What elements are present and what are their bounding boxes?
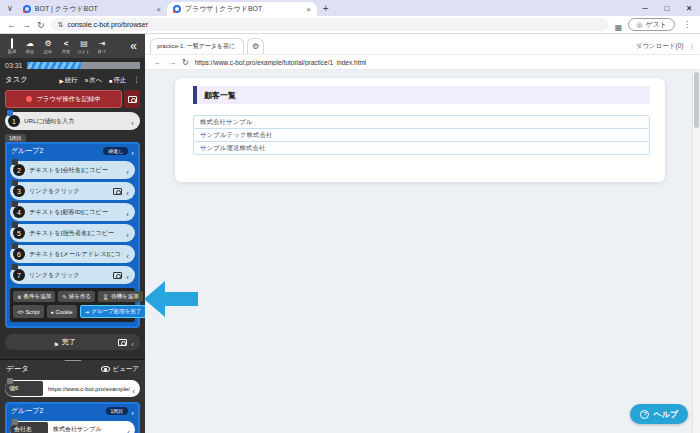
- customer-link[interactable]: サンプルテック株式会社: [193, 128, 650, 142]
- add-wait-button[interactable]: 待機を追加: [98, 291, 143, 302]
- tab-title: ブラウザ | クラウドBOT: [185, 4, 302, 14]
- new-file-icon: [11, 39, 13, 48]
- chrome-menu-icon[interactable]: [681, 20, 693, 29]
- data-group-header[interactable]: グループ2 1周目: [7, 404, 138, 418]
- loop-iteration-tag: 1周目: [5, 134, 26, 142]
- back-icon[interactable]: ←: [7, 20, 16, 30]
- data-row-company[interactable]: 会社名 株式会社サンプル: [10, 421, 135, 433]
- tab-title: BOT | クラウドBOT: [35, 4, 152, 14]
- scrollbar-thumb[interactable]: [694, 72, 699, 128]
- help-button[interactable]: ヘルプ: [630, 404, 688, 424]
- customer-link[interactable]: サンプル運送株式会社: [193, 141, 650, 155]
- web-page: 顧客一覧 株式会社サンプル サンプルテック株式会社 サンプル運送株式会社 ヘ: [145, 70, 700, 433]
- chevron-left-icon[interactable]: [131, 402, 134, 420]
- step-2[interactable]: 2 テキストを[会社名]にコピー: [10, 161, 135, 179]
- data-value-row[interactable]: 値6 https://www.c-bot.pro/example/: [5, 380, 140, 397]
- step-1[interactable]: 1 URLに[値6]を入力: [5, 112, 140, 130]
- step-4[interactable]: 4 テキストを[顧客ID]にコピー: [10, 203, 135, 221]
- chevron-left-icon[interactable]: [126, 203, 129, 221]
- tab-close-icon[interactable]: [156, 5, 161, 14]
- record-screenshot-button[interactable]: [124, 90, 140, 108]
- step-7[interactable]: 7 リンクをクリック: [10, 266, 135, 284]
- cookie-icon: [51, 309, 54, 315]
- viewer-button[interactable]: ビューア: [101, 365, 139, 374]
- tab-search-icon[interactable]: ∨: [3, 4, 17, 13]
- script-button[interactable]: Script: [13, 305, 44, 318]
- camera-icon: [113, 188, 122, 195]
- chevron-left-icon[interactable]: [126, 266, 129, 284]
- page-scrollbar[interactable]: [692, 70, 700, 433]
- share-button[interactable]: 共有: [57, 39, 75, 54]
- book-icon: [80, 39, 88, 48]
- add-condition-button[interactable]: 条件を追加: [13, 291, 55, 302]
- maximize-button[interactable]: □: [656, 4, 678, 13]
- step-6[interactable]: 6 テキストを[メールアドレス]にコピー: [10, 245, 135, 263]
- site-settings-icon[interactable]: [58, 21, 64, 29]
- create-value-button[interactable]: 値を作る: [58, 291, 95, 302]
- chevron-left-icon[interactable]: [131, 112, 134, 130]
- chevron-left-icon[interactable]: [127, 421, 130, 433]
- back-icon[interactable]: ←: [154, 58, 162, 67]
- recording-label: ブラウザ操作を記録中: [36, 95, 101, 104]
- chevron-left-icon[interactable]: [131, 333, 134, 351]
- gear-icon: [252, 42, 259, 51]
- collapse-sidebar-icon[interactable]: [130, 39, 142, 53]
- time-progress-bar: [27, 62, 140, 69]
- reload-icon[interactable]: ↻: [37, 20, 45, 30]
- annotation-arrow-icon: [144, 281, 198, 317]
- code-icon: [17, 309, 23, 315]
- camera-icon: [128, 96, 137, 103]
- cookie-button[interactable]: Cookie: [47, 305, 77, 318]
- chrome-tab-browser[interactable]: ブラウザ | クラウドBOT: [167, 2, 317, 16]
- inner-settings-tab[interactable]: [247, 38, 264, 54]
- stop-button[interactable]: 停止: [109, 76, 126, 85]
- chrome-tab-bot[interactable]: BOT | クラウドBOT: [17, 2, 167, 16]
- task-menu-icon[interactable]: [133, 76, 140, 84]
- downloads-menu-icon[interactable]: [689, 43, 696, 51]
- next-button[interactable]: 次へ: [84, 76, 102, 85]
- close-button[interactable]: ✕: [678, 4, 700, 13]
- step-5[interactable]: 5 テキストを[担当者名]にコピー: [10, 224, 135, 242]
- save-button[interactable]: 保存: [21, 39, 39, 54]
- inner-tab-practice[interactable]: practice-1. 一覧データを基に: [150, 38, 244, 54]
- chevron-left-icon[interactable]: [126, 161, 129, 179]
- downloads-label[interactable]: ダウンロード(0): [636, 42, 684, 51]
- chevron-left-icon[interactable]: [126, 224, 129, 242]
- recording-indicator[interactable]: ブラウザ操作を記録中: [5, 90, 122, 108]
- step-group: グループ2 繰返し 2 テキストを[会社名]にコピー 3 リンクをクリック: [5, 142, 140, 328]
- group-header[interactable]: グループ2 繰返し: [7, 144, 138, 158]
- chevron-left-icon[interactable]: [132, 380, 135, 398]
- browser-window: ∨ BOT | クラウドBOT ブラウザ | クラウドBOT + ─ □ ✕ ←…: [0, 0, 700, 433]
- url-omnibox[interactable]: console.c-bot.pro/browser: [51, 18, 609, 31]
- task-actions: 続行 次へ 停止: [60, 76, 140, 85]
- reload-icon[interactable]: ↻: [182, 58, 189, 67]
- settings-button[interactable]: 設定: [39, 39, 57, 54]
- forward-icon[interactable]: →: [168, 58, 176, 67]
- forward-icon[interactable]: →: [22, 20, 31, 30]
- chevron-left-icon[interactable]: [126, 245, 129, 263]
- tab-close-icon[interactable]: [306, 5, 311, 14]
- profile-label: ゲスト: [646, 20, 668, 30]
- continue-button[interactable]: 続行: [60, 76, 78, 85]
- new-button[interactable]: 新規: [3, 39, 21, 54]
- eye-icon: [101, 366, 110, 372]
- guide-button[interactable]: ガイド: [75, 39, 93, 54]
- finish-step[interactable]: 完了: [5, 334, 140, 350]
- exit-button[interactable]: 終了: [93, 39, 111, 54]
- step-type-icon: [12, 264, 18, 270]
- page-url[interactable]: https://www.c-bot.pro/example/tutorial/p…: [195, 59, 367, 66]
- customer-link[interactable]: 株式会社サンプル: [193, 115, 650, 129]
- minimize-button[interactable]: ─: [634, 4, 656, 13]
- new-tab-button[interactable]: +: [317, 3, 335, 14]
- complete-group-button[interactable]: グループ処理を完了: [80, 305, 145, 318]
- step-3[interactable]: 3 リンクをクリック: [10, 182, 135, 200]
- camera-icon: [118, 339, 127, 346]
- iteration-badge: 1周目: [106, 407, 129, 415]
- sidebar-toolbar: 新規 保存 設定 共有 ガイド: [0, 34, 145, 58]
- qr-code-icon[interactable]: [615, 16, 623, 34]
- chevron-left-icon[interactable]: [126, 182, 129, 200]
- panel-resize-handle[interactable]: [64, 359, 82, 361]
- chevron-left-icon[interactable]: [131, 142, 134, 160]
- profile-button[interactable]: ゲスト: [628, 18, 675, 31]
- fork-icon: [17, 294, 22, 300]
